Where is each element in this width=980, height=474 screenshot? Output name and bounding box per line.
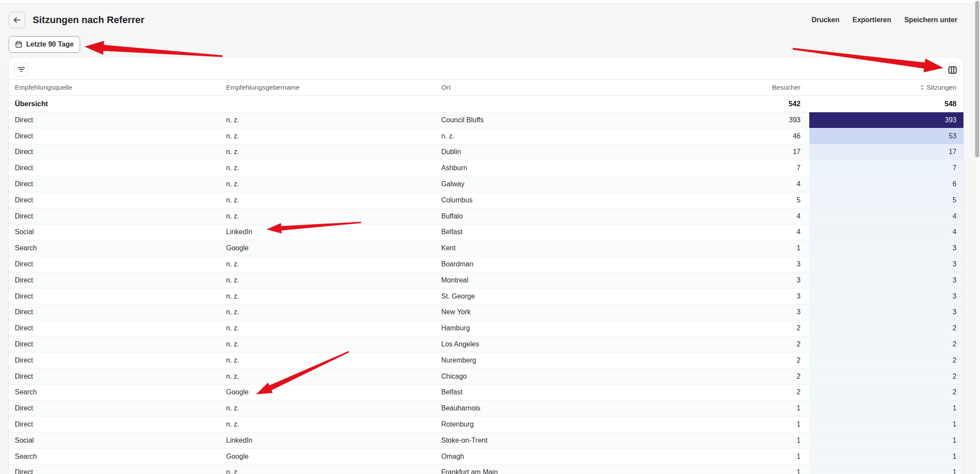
cell-location: New York [441,308,659,316]
cell-visitors: 5 [659,196,809,204]
cell-visitors: 46 [659,132,809,140]
filter-button[interactable] [14,63,28,77]
column-header-referrer-name[interactable]: Empfehlungsgebername [226,84,441,91]
cell-location: Frankfurt am Main [441,468,659,474]
cell-location: Omagh [441,453,659,461]
cell-referrer-name: n. z. [226,373,441,380]
table-row: Directn. z.New York33 [9,305,963,321]
cell-sessions-heat: 4 [809,225,963,240]
summary-label: Übersicht [9,100,226,108]
table-row: Directn. z.Ashburn77 [9,160,963,176]
cell-referrer-name: LinkedIn [226,228,441,236]
table-row: Directn. z.Frankfurt am Main11 [9,465,963,474]
column-header-visitors[interactable]: Besucher [659,84,809,91]
cell-visitors: 1 [659,244,809,252]
columns-icon [948,66,957,74]
cell-visitors: 4 [659,180,809,188]
filter-icon [17,67,25,73]
cell-referrer-name: n. z. [226,324,441,332]
export-button[interactable]: Exportieren [852,16,891,24]
cell-visitors: 4 [659,228,809,236]
column-header-sessions-label: Sitzungen [926,84,956,91]
cell-visitors: 1 [659,404,809,412]
cell-sessions-heat: 4 [809,208,963,224]
summary-visitors: 542 [659,100,809,108]
cell-visitors: 393 [659,116,809,124]
browser-top-strip [0,0,980,4]
page-title: Sitzungen nach Referrer [33,14,145,26]
table-row: Directn. z.Boardman33 [9,256,963,272]
date-range-button[interactable]: Letzte 90 Tage [9,36,80,53]
cell-location: Belfast [441,388,659,396]
column-header-location[interactable]: Ort [441,84,659,91]
table-row: Directn. z.Dublin1717 [9,145,963,161]
cell-location: Nuremberg [441,356,659,364]
cell-source: Direct [9,356,226,364]
cell-location: Kent [441,244,659,252]
cell-sessions-heat: 1 [809,449,963,464]
cell-location: Buffalo [441,212,659,220]
cell-location: n. z. [441,132,659,140]
cell-sessions-heat: 2 [809,369,963,384]
cell-referrer-name: Google [226,244,441,252]
cell-sessions-heat: 6 [809,176,963,192]
cell-sessions-heat: 2 [809,336,963,352]
cell-source: Social [9,437,226,444]
cell-visitors: 1 [659,420,809,428]
back-arrow-icon [13,16,21,24]
cell-visitors: 7 [659,164,809,172]
cell-location: Montreal [441,276,659,284]
date-filter-row: Letzte 90 Tage [9,36,80,53]
cell-referrer-name: n. z. [226,196,441,204]
columns-button[interactable] [946,63,960,77]
cell-sessions-heat: 3 [809,240,963,256]
cell-source: Direct [9,468,226,474]
summary-sessions: 548 [809,100,963,108]
cell-source: Social [9,228,226,236]
cell-source: Direct [9,404,226,412]
table-row: Directn. z.Chicago22 [9,369,963,385]
cell-source: Direct [9,164,226,172]
cell-referrer-name: Google [226,453,441,461]
cell-sessions-heat: 1 [809,400,963,416]
cell-location: Los Angeles [441,340,659,348]
column-header-sessions[interactable]: Sitzungen [809,84,963,91]
save-as-button[interactable]: Speichern unter [904,16,957,24]
cell-source: Search [9,453,226,461]
cell-sessions-heat: 53 [809,128,963,144]
print-button[interactable]: Drucken [811,16,839,24]
table-row: SocialLinkedInBelfast44 [9,225,963,241]
table-row: Directn. z.Rotenburg11 [9,417,963,433]
cell-referrer-name: Google [226,388,441,396]
cell-source: Search [9,244,226,252]
table-toolbar [9,57,963,79]
date-range-label: Letzte 90 Tage [26,40,74,48]
cell-source: Direct [9,292,226,300]
table-row: Directn. z.Columbus55 [9,192,963,208]
table-row: Directn. z.n. z.4653 [9,128,963,145]
table-row: Directn. z.Hamburg22 [9,320,963,336]
table-row: Directn. z.Galway46 [9,176,963,192]
back-button[interactable] [9,12,25,28]
cell-sessions-heat: 1 [809,433,963,448]
cell-source: Direct [9,308,226,316]
column-header-referral-source[interactable]: Empfehlungsquelle [9,84,226,91]
table-row: Directn. z.Los Angeles22 [9,336,963,353]
cell-visitors: 3 [659,260,809,268]
cell-referrer-name: n. z. [226,468,441,474]
annotation-arrow [84,41,223,57]
cell-referrer-name: n. z. [226,292,441,300]
cell-location: Council Bluffs [441,116,659,124]
cell-location: Galway [441,180,659,188]
cell-referrer-name: n. z. [226,260,441,268]
table-row: Directn. z.Montreal33 [9,272,963,289]
scrollbar-track[interactable] [974,0,980,474]
cell-referrer-name: n. z. [226,164,441,172]
page-header: Sitzungen nach Referrer Drucken Exportie… [9,12,957,28]
cell-sessions-heat: 1 [809,417,963,432]
scrollbar-thumb[interactable] [975,1,979,158]
report-card: Empfehlungsquelle Empfehlungsgebername O… [9,57,963,474]
cell-source: Direct [9,196,226,204]
cell-sessions-heat: 3 [809,272,963,288]
table-row: Directn. z.Beauharnois11 [9,400,963,417]
